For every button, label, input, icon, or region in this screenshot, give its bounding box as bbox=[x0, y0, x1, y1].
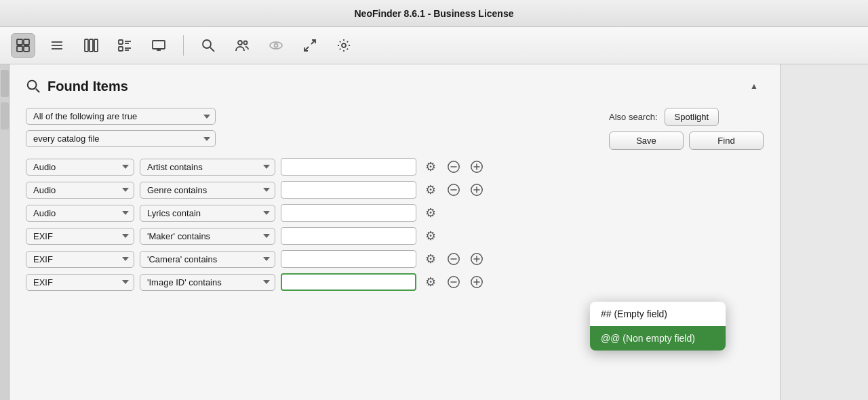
filter-row-4: AudioEXIF 'Maker' contains'Maker' is ⚙ bbox=[26, 227, 764, 245]
category-select-5[interactable]: AudioEXIF bbox=[26, 251, 134, 268]
content-panel: Found Items ▲ All of the following are t… bbox=[9, 64, 780, 400]
category-select-4[interactable]: AudioEXIF bbox=[26, 228, 134, 245]
preview-icon[interactable] bbox=[264, 33, 288, 58]
gear-icon-2[interactable]: ⚙ bbox=[422, 181, 439, 199]
settings-icon[interactable] bbox=[332, 33, 356, 58]
detail-view-icon[interactable] bbox=[113, 33, 137, 58]
condition-select-5[interactable]: 'Camera' contains'Camera' is bbox=[140, 251, 275, 268]
svg-line-20 bbox=[210, 47, 214, 52]
svg-rect-7 bbox=[85, 39, 88, 52]
condition-select-4[interactable]: 'Maker' contains'Maker' is bbox=[140, 228, 275, 245]
found-items-label: Found Items bbox=[47, 79, 128, 94]
condition-select[interactable]: All of the following are true Any of the… bbox=[26, 108, 216, 125]
svg-rect-2 bbox=[17, 46, 22, 52]
toolbar bbox=[0, 27, 868, 64]
list-view-icon[interactable] bbox=[45, 33, 69, 58]
plus-btn-5[interactable] bbox=[468, 250, 486, 268]
dropdown-item-empty[interactable]: ## (Empty field) bbox=[590, 302, 726, 326]
expand-icon[interactable] bbox=[298, 33, 322, 58]
column-view-icon[interactable] bbox=[79, 33, 103, 58]
svg-rect-13 bbox=[119, 47, 123, 51]
search-large-icon bbox=[26, 79, 41, 94]
filter-row-2: AudioEXIF Genre containsGenre is ⚙ bbox=[26, 181, 764, 199]
svg-rect-3 bbox=[24, 46, 29, 52]
filter-rows: AudioEXIFFile Artist containsArtist is ⚙ bbox=[26, 158, 764, 291]
sidebar-tab-1[interactable] bbox=[1, 70, 9, 97]
grid-view-icon[interactable] bbox=[11, 33, 35, 58]
scope-select[interactable]: every catalog file selected catalog file… bbox=[26, 130, 216, 147]
dropdown-item-nonempty[interactable]: @@ (Non empty field) bbox=[590, 326, 726, 351]
sidebar-left bbox=[0, 64, 9, 400]
value-input-6[interactable] bbox=[281, 273, 416, 291]
svg-rect-9 bbox=[94, 39, 98, 52]
svg-point-21 bbox=[238, 41, 242, 45]
filter-row-1: AudioEXIFFile Artist containsArtist is ⚙ bbox=[26, 158, 764, 176]
svg-rect-16 bbox=[153, 41, 165, 49]
filter-row-5: AudioEXIF 'Camera' contains'Camera' is ⚙ bbox=[26, 250, 764, 268]
category-select-6[interactable]: AudioEXIF bbox=[26, 274, 134, 291]
found-items-header: Found Items ▲ bbox=[26, 77, 764, 96]
gear-icon-6[interactable]: ⚙ bbox=[422, 273, 439, 291]
value-input-3[interactable] bbox=[281, 204, 416, 222]
svg-point-24 bbox=[275, 44, 278, 47]
minus-btn-6[interactable] bbox=[445, 273, 462, 291]
svg-rect-10 bbox=[119, 40, 123, 44]
find-button[interactable]: Find bbox=[689, 132, 764, 150]
svg-point-23 bbox=[270, 42, 282, 49]
search-icon[interactable] bbox=[196, 33, 220, 58]
found-items-title-group: Found Items bbox=[26, 79, 128, 94]
plus-btn-2[interactable] bbox=[468, 181, 486, 199]
gear-icon-1[interactable]: ⚙ bbox=[422, 158, 439, 176]
condition-select-2[interactable]: Genre containsGenre is bbox=[140, 182, 275, 199]
people-icon[interactable] bbox=[230, 33, 254, 58]
gear-icon-3[interactable]: ⚙ bbox=[422, 204, 439, 222]
category-select-2[interactable]: AudioEXIF bbox=[26, 182, 134, 199]
minus-btn-5[interactable] bbox=[445, 250, 462, 268]
also-search-row: Also search: Spotlight bbox=[609, 108, 719, 126]
right-panel bbox=[780, 64, 868, 400]
title-bar: NeoFinder 8.6.1 - Business License bbox=[0, 0, 868, 27]
main-area: Found Items ▲ All of the following are t… bbox=[0, 64, 868, 400]
value-input-4[interactable] bbox=[281, 227, 416, 245]
gear-icon-4[interactable]: ⚙ bbox=[422, 227, 439, 245]
svg-point-28 bbox=[28, 81, 37, 89]
plus-btn-1[interactable] bbox=[468, 158, 486, 176]
svg-point-27 bbox=[342, 43, 346, 47]
svg-point-22 bbox=[244, 41, 248, 45]
plus-btn-6[interactable] bbox=[468, 273, 486, 291]
category-select-3[interactable]: AudioEXIF bbox=[26, 205, 134, 222]
window-title: NeoFinder 8.6.1 - Business License bbox=[355, 8, 514, 19]
svg-rect-8 bbox=[90, 39, 93, 52]
category-select-1[interactable]: AudioEXIFFile bbox=[26, 159, 134, 176]
filter-row-6: AudioEXIF 'Image ID' contains'Image ID' … bbox=[26, 273, 764, 291]
value-input-1[interactable] bbox=[281, 158, 416, 176]
filter-row-3: AudioEXIF Lyrics containLyrics is ⚙ ## (… bbox=[26, 204, 764, 222]
save-button[interactable]: Save bbox=[609, 132, 684, 150]
minus-btn-2[interactable] bbox=[445, 181, 462, 199]
value-input-2[interactable] bbox=[281, 181, 416, 199]
spotlight-button[interactable]: Spotlight bbox=[665, 108, 719, 126]
collapse-button[interactable]: ▲ bbox=[745, 77, 764, 96]
svg-rect-1 bbox=[24, 39, 29, 45]
slideshow-view-icon[interactable] bbox=[146, 33, 171, 58]
svg-rect-0 bbox=[17, 39, 22, 45]
also-search-label: Also search: bbox=[609, 112, 658, 122]
dropdown-popup: ## (Empty field) @@ (Non empty field) bbox=[590, 302, 726, 351]
gear-icon-5[interactable]: ⚙ bbox=[422, 250, 439, 268]
sidebar-tab-2[interactable] bbox=[1, 102, 9, 129]
condition-select-6[interactable]: 'Image ID' contains'Image ID' is bbox=[140, 274, 275, 291]
svg-line-29 bbox=[36, 89, 39, 93]
value-input-5[interactable] bbox=[281, 250, 416, 268]
condition-select-3[interactable]: Lyrics containLyrics is bbox=[140, 205, 275, 222]
minus-btn-1[interactable] bbox=[445, 158, 462, 176]
condition-select-1[interactable]: Artist containsArtist is bbox=[140, 159, 275, 176]
svg-point-19 bbox=[203, 40, 211, 48]
